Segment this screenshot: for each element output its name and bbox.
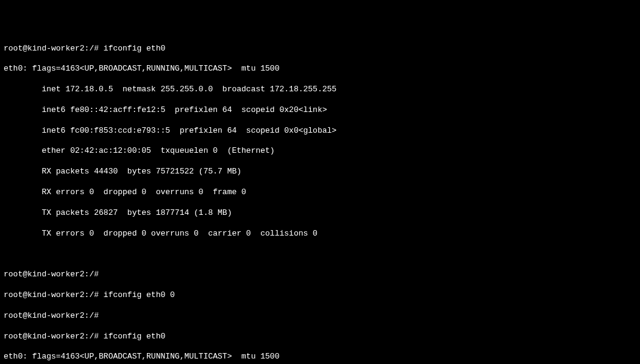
prompt-line-1: root@kind-worker2:/# ifconfig eth0 bbox=[4, 44, 636, 54]
prompt-line-5: root@kind-worker2:/# ifconfig eth0 bbox=[4, 332, 636, 342]
ifconfig1-header: eth0: flags=4163<UP,BROADCAST,RUNNING,MU… bbox=[4, 64, 636, 74]
ifconfig1-tx-packets: TX packets 26827 bytes 1877714 (1.8 MB) bbox=[4, 208, 636, 219]
prompt-line-4: root@kind-worker2:/# bbox=[4, 311, 636, 321]
ifconfig2-header: eth0: flags=4163<UP,BROADCAST,RUNNING,MU… bbox=[4, 352, 636, 362]
prompt-line-3: root@kind-worker2:/# ifconfig eth0 0 bbox=[4, 290, 636, 301]
ifconfig1-rx-packets: RX packets 44430 bytes 75721522 (75.7 MB… bbox=[4, 167, 636, 177]
ifconfig1-rx-errors: RX errors 0 dropped 0 overruns 0 frame 0 bbox=[4, 187, 636, 198]
ifconfig1-inet6-1: inet6 fe80::42:acff:fe12:5 prefixlen 64 … bbox=[4, 105, 636, 116]
ifconfig1-tx-errors: TX errors 0 dropped 0 overruns 0 carrier… bbox=[4, 229, 636, 239]
blank-1 bbox=[4, 249, 636, 259]
ifconfig1-inet6-2: inet6 fc00:f853:ccd:e793::5 prefixlen 64… bbox=[4, 126, 636, 136]
ifconfig1-ether: ether 02:42:ac:12:00:05 txqueuelen 0 (Et… bbox=[4, 146, 636, 156]
ifconfig1-inet: inet 172.18.0.5 netmask 255.255.0.0 broa… bbox=[4, 85, 636, 95]
prompt-line-2: root@kind-worker2:/# bbox=[4, 270, 636, 280]
